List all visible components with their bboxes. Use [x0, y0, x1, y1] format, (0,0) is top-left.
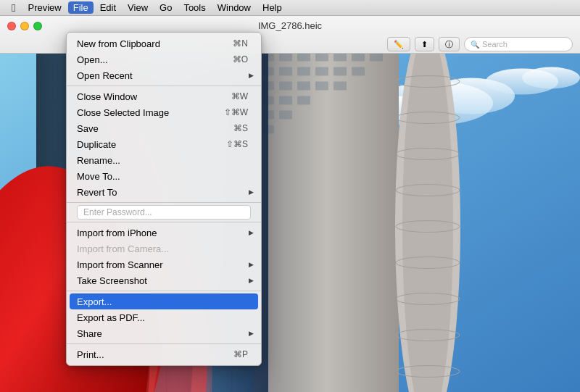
menu-label: Export as PDF...	[77, 312, 145, 323]
menu-item-open[interactable]: Open... ⌘O	[67, 51, 261, 67]
menu-shortcut: ⌘O	[233, 54, 251, 64]
edit-menu-item[interactable]: Edit	[95, 1, 121, 14]
menu-label: New from Clipboard	[77, 38, 160, 49]
menu-label: Duplicate	[77, 139, 116, 150]
menu-label: Import from Scanner	[77, 259, 163, 270]
menu-shortcut: ⌘W	[231, 91, 251, 101]
menu-item-move-to[interactable]: Move To...	[67, 168, 261, 184]
menu-label: Move To...	[77, 171, 120, 182]
menu-shortcut: ⌘N	[233, 38, 251, 49]
menu-label: Open...	[77, 54, 108, 65]
go-menu-item[interactable]: Go	[154, 1, 177, 14]
menu-shortcut: ⇧⌘S	[226, 139, 251, 149]
menu-item-export-pdf[interactable]: Export as PDF...	[67, 309, 261, 325]
dropdown-overlay: New from Clipboard ⌘N Open... ⌘O Open Re…	[0, 16, 580, 392]
menu-item-duplicate[interactable]: Duplicate ⇧⌘S	[67, 136, 261, 152]
view-menu-item[interactable]: View	[123, 1, 153, 14]
help-menu-item[interactable]: Help	[257, 1, 287, 14]
menu-item-new-clipboard[interactable]: New from Clipboard ⌘N	[67, 36, 261, 51]
separator-2	[67, 202, 261, 203]
menu-shortcut: ⌘P	[233, 349, 251, 359]
password-input[interactable]: Enter Password...	[77, 205, 251, 220]
apple-menu-item[interactable]: 	[6, 1, 21, 14]
menu-item-rename[interactable]: Rename...	[67, 152, 261, 168]
menu-item-revert-to[interactable]: Revert To	[67, 184, 261, 200]
menu-shortcut: ⌘S	[233, 123, 251, 133]
menu-shortcut: ⇧⌘W	[224, 107, 251, 117]
file-menu-item[interactable]: File	[68, 1, 94, 14]
menu-item-save[interactable]: Save ⌘S	[67, 120, 261, 136]
menu-item-import-scanner[interactable]: Import from Scanner	[67, 257, 261, 272]
password-placeholder: Enter Password...	[83, 207, 152, 217]
menu-label: Take Screenshot	[77, 275, 147, 286]
menu-label: Export...	[77, 296, 112, 307]
menu-label: Save	[77, 123, 99, 134]
separator-1	[67, 86, 261, 86]
window-menu-item[interactable]: Window	[212, 1, 256, 14]
preview-menu-item[interactable]: Preview	[22, 1, 66, 14]
menu-label: Revert To	[77, 187, 117, 198]
menu-item-open-recent[interactable]: Open Recent	[67, 67, 261, 83]
menu-item-import-camera: Import from Camera...	[67, 241, 261, 257]
separator-4	[67, 291, 261, 291]
menu-label: Import from iPhone	[77, 228, 157, 238]
menu-label: Open Recent	[77, 70, 133, 81]
menu-bar:  Preview File Edit View Go Tools Window…	[0, 0, 580, 16]
menu-item-export[interactable]: Export...	[70, 293, 258, 309]
menu-item-print[interactable]: Print... ⌘P	[67, 346, 261, 362]
menu-bar-items:  Preview File Edit View Go Tools Window…	[0, 1, 580, 14]
window-area: IMG_2786.heic ✏️ ⬆ ⓘ 🔍 Search	[0, 16, 580, 392]
menu-label: Print...	[77, 349, 104, 360]
menu-label: Import from Camera...	[77, 243, 169, 254]
menu-label: Share	[77, 328, 102, 339]
menu-item-close-window[interactable]: Close Window ⌘W	[67, 88, 261, 104]
menu-item-take-screenshot[interactable]: Take Screenshot	[67, 272, 261, 288]
file-dropdown-menu: New from Clipboard ⌘N Open... ⌘O Open Re…	[66, 32, 262, 366]
menu-item-share[interactable]: Share	[67, 325, 261, 341]
menu-label: Rename...	[77, 155, 120, 166]
separator-3	[67, 222, 261, 222]
menu-label: Close Window	[77, 91, 137, 102]
menu-label: Close Selected Image	[77, 107, 169, 118]
separator-5	[67, 343, 261, 344]
menu-item-import-iphone[interactable]: Import from iPhone	[67, 225, 261, 241]
tools-menu-item[interactable]: Tools	[178, 1, 210, 14]
menu-item-close-selected[interactable]: Close Selected Image ⇧⌘W	[67, 104, 261, 120]
